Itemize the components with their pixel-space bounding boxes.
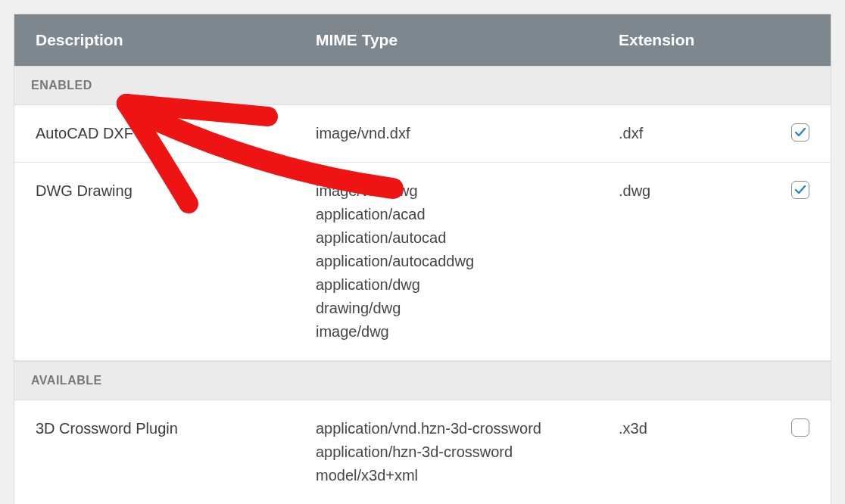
header-description: Description [36, 31, 316, 49]
section-enabled: ENABLED [14, 66, 831, 105]
mime-value: application/dwg [316, 273, 619, 297]
row-mime-list: image/vnd.dxf [316, 122, 619, 145]
row-extension: .dxf [619, 122, 770, 145]
mime-value: image/vnd.dxf [316, 122, 619, 145]
row-mime-list: image/vnd.dwg application/acad applicati… [316, 179, 619, 344]
row-extension: .x3d [619, 417, 770, 487]
mime-value: application/autocaddwg [316, 250, 619, 273]
enable-checkbox[interactable] [791, 418, 809, 437]
table-row: DWG Drawing image/vnd.dwg application/ac… [14, 163, 831, 361]
row-description: DWG Drawing [36, 179, 316, 344]
enable-checkbox[interactable] [791, 123, 809, 142]
checkmark-icon [794, 184, 806, 196]
checkmark-icon [794, 126, 806, 138]
mime-value: application/hzn-3d-crossword [316, 440, 619, 464]
header-mime: MIME Type [316, 31, 619, 49]
mime-value: model/x3d+xml [316, 464, 619, 487]
section-available: AVAILABLE [14, 361, 831, 400]
row-description: AutoCAD DXF [36, 122, 316, 145]
table-row: AutoCAD DXF image/vnd.dxf .dxf [14, 105, 831, 163]
mime-value: image/vnd.dwg [316, 179, 619, 203]
mime-value: application/autocad [316, 226, 619, 250]
row-mime-list: application/vnd.hzn-3d-crossword applica… [316, 417, 619, 487]
header-checkbox-spacer [770, 31, 809, 49]
mime-value: application/vnd.hzn-3d-crossword [316, 417, 619, 440]
mime-value: drawing/dwg [316, 297, 619, 320]
mime-value: image/dwg [316, 320, 619, 344]
row-extension: .dwg [619, 179, 770, 344]
mime-types-table: Description MIME Type Extension ENABLED … [14, 14, 831, 504]
mime-value: application/acad [316, 203, 619, 226]
header-extension: Extension [619, 31, 770, 49]
table-header: Description MIME Type Extension [14, 14, 831, 66]
table-row: 3D Crossword Plugin application/vnd.hzn-… [14, 400, 831, 504]
enable-checkbox[interactable] [791, 181, 809, 199]
row-description: 3D Crossword Plugin [36, 417, 316, 487]
